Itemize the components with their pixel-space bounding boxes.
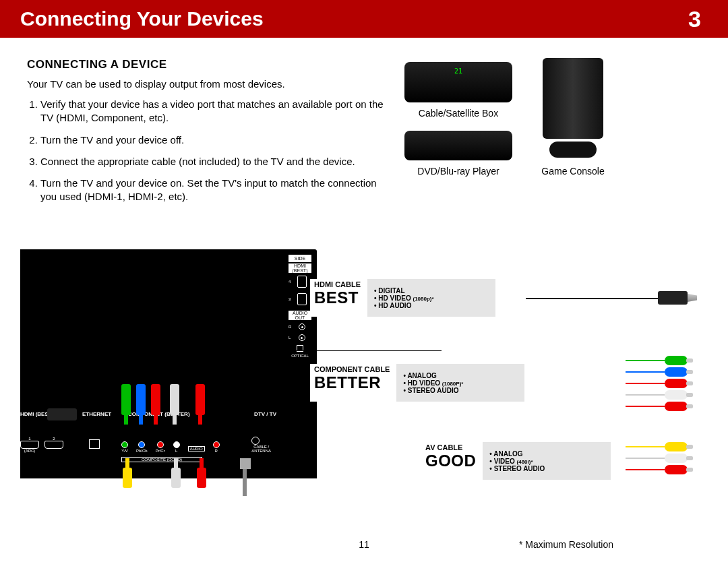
- plug-ar: [195, 384, 205, 425]
- coax-port: [251, 437, 260, 445]
- chapter-title: Connecting Your Devices: [20, 7, 264, 30]
- dvd-player: DVD/Blu-ray Player: [404, 131, 512, 177]
- side-title: SIDE: [289, 255, 311, 262]
- section-title: CONNECTING A DEVICE: [27, 58, 404, 71]
- chapter-header: Connecting Your Devices 3: [0, 0, 728, 38]
- pr-label: Pr/Cr: [156, 449, 165, 453]
- best-cable: HDMI CABLE: [314, 280, 361, 288]
- hdmi3-num: 3: [289, 297, 291, 301]
- good-rank: GOOD: [425, 451, 476, 470]
- good-feat2: VIDEO (480i)*: [489, 458, 604, 465]
- side-hdmi-sub: (BEST): [289, 268, 311, 273]
- side-port-strip: SIDE HDMI (BEST) 4 3 AUDIO OUT R: [289, 255, 311, 358]
- composite-sub: COMPOSITE (GOOD): [121, 457, 202, 462]
- callout-better: COMPONENT CABLE BETTER ANALOG HD VIDEO (…: [310, 364, 539, 402]
- hdmi-port-1: [20, 441, 39, 449]
- step-4: Turn the TV and your device on. Set the …: [40, 177, 404, 204]
- cable-box-image: 21: [404, 62, 512, 102]
- audio-r-label: R: [289, 325, 291, 329]
- av-cable-ends: [626, 442, 688, 474]
- better-feat3: STEREO AUDIO: [403, 387, 518, 394]
- rear-port-rail: HDMI (BEST) 1 (ARC) 2 ETHERNET: [20, 420, 276, 453]
- audio-l-label: L: [289, 336, 291, 340]
- chapter-number: 3: [688, 6, 701, 32]
- audio-out-label: AUDIO: [289, 311, 311, 315]
- section-intro: Your TV can be used to display output fr…: [27, 78, 404, 90]
- coax-label2: ANTENNA: [251, 449, 271, 453]
- ethernet-port: [89, 439, 100, 449]
- plug-composite-r: [197, 458, 206, 488]
- cable-box-label: Cable/Satellite Box: [419, 108, 498, 119]
- audio-l-port: [173, 441, 180, 448]
- callout-good: AV CABLE GOOD ANALOG VIDEO (480i)* STERE…: [421, 442, 624, 480]
- hdmi-port-4: [297, 276, 307, 288]
- component-pr: [157, 441, 164, 448]
- y-label: Y/V: [121, 449, 128, 453]
- best-feat3: HD AUDIO: [374, 302, 489, 309]
- instructions-column: CONNECTING A DEVICE Your TV can be used …: [27, 58, 404, 212]
- component-pb: [138, 441, 145, 448]
- hdmi-port-2: [44, 441, 63, 449]
- better-feat2: HD VIDEO (1080P)*: [403, 379, 518, 387]
- plug-y: [121, 384, 131, 425]
- step-1: Verify that your device has a video port…: [40, 98, 404, 125]
- good-feat1: ANALOG: [489, 450, 604, 458]
- good-cable: AV CABLE: [425, 443, 476, 451]
- better-cable: COMPONENT CABLE: [314, 365, 390, 373]
- audio-out-r: [299, 323, 305, 330]
- plug-al: [170, 384, 179, 425]
- connection-diagram: SIDE HDMI (BEST) 4 3 AUDIO OUT R: [20, 249, 708, 553]
- arc-label: (ARC): [20, 449, 39, 453]
- hdmi-cable-end: [658, 291, 688, 305]
- audio-r2-label: R: [213, 449, 220, 453]
- tv-back-panel: SIDE HDMI (BEST) 4 3 AUDIO OUT R: [20, 249, 317, 478]
- console-label: Game Console: [541, 166, 604, 177]
- plug-composite-l: [171, 458, 181, 488]
- good-feat3: STEREO AUDIO: [489, 465, 604, 472]
- best-feat1: DIGITAL: [374, 287, 489, 294]
- audio-out-l: [299, 334, 305, 341]
- ethernet-title: ETHERNET: [82, 411, 111, 417]
- step-3: Connect the appropriate cable (not inclu…: [40, 155, 404, 168]
- console-image: [533, 58, 613, 166]
- steps-list: Verify that your device has a video port…: [40, 98, 404, 204]
- callout-best: HDMI CABLE BEST DIGITAL HD VIDEO (1080p)…: [310, 279, 526, 317]
- side-hdmi-label: HDMI: [289, 263, 311, 268]
- step-2: Turn the TV and your device off.: [40, 133, 404, 147]
- hdmi-port-3: [297, 293, 307, 305]
- plug-pb: [136, 384, 146, 425]
- hdmi4-num: 4: [289, 280, 291, 284]
- plug-pr: [151, 384, 160, 425]
- audio-l2-label: L: [173, 449, 180, 453]
- cable-box-display: 21: [454, 67, 462, 75]
- game-console: Game Console: [533, 58, 613, 177]
- dtv-title: DTV / TV: [254, 411, 276, 417]
- coax-plug: [240, 458, 249, 496]
- cable-box: 21 Cable/Satellite Box: [404, 62, 512, 119]
- component-cable-ends: [626, 356, 688, 411]
- audio-label: AUDIO: [188, 446, 205, 451]
- page-number: 11: [359, 539, 369, 550]
- best-rank: BEST: [314, 288, 361, 307]
- better-feat1: ANALOG: [403, 372, 518, 379]
- dvd-label: DVD/Blu-ray Player: [417, 166, 499, 177]
- optical-label: OPTICAL: [289, 354, 311, 358]
- audio-r-port: [213, 441, 220, 448]
- component-y: [121, 441, 128, 448]
- footnote: * Maximum Resolution: [519, 539, 613, 550]
- plug-composite-v: [123, 458, 132, 488]
- dvd-image: [404, 131, 512, 160]
- devices-column: 21 Cable/Satellite Box DVD/Blu-ray Playe…: [404, 58, 701, 212]
- audio-out-label2: OUT: [289, 315, 311, 320]
- better-rank: BETTER: [314, 373, 390, 392]
- best-feat2: HD VIDEO (1080p)*: [374, 294, 489, 302]
- hdmi-plug-rear: [47, 408, 57, 420]
- pb-label: Pb/Cb: [136, 449, 148, 453]
